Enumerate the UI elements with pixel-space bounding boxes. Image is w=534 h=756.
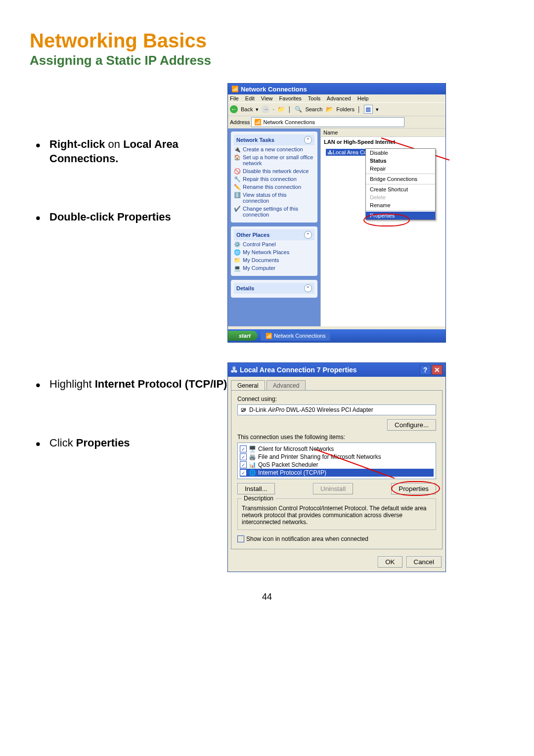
ctx-repair[interactable]: Repair xyxy=(366,165,435,173)
items-listbox[interactable]: ✓🖥️Client for Microsoft Networks ✓🖨️File… xyxy=(237,443,436,479)
cancel-button[interactable]: Cancel xyxy=(406,556,442,568)
taskbar-item-network-connections[interactable]: 📶 Network Connections xyxy=(261,331,331,341)
item-qos-scheduler[interactable]: ✓📊QoS Packet Scheduler xyxy=(240,461,434,469)
description-text: Transmission Control Protocol/Internet P… xyxy=(242,505,432,526)
page-subtitle: Assigning a Static IP Address xyxy=(30,53,504,68)
menu-file[interactable]: File xyxy=(230,95,239,101)
task-create-connection[interactable]: 🔌Create a new connection xyxy=(234,145,314,153)
ctx-disable[interactable]: Disable xyxy=(366,149,435,157)
menu-help[interactable]: Help xyxy=(357,95,369,101)
tab-general[interactable]: General xyxy=(231,380,265,391)
other-network-places[interactable]: 🌐My Network Places xyxy=(234,248,314,256)
network-icon: 📶 xyxy=(231,85,239,93)
uninstall-button[interactable]: Uninstall xyxy=(313,483,353,494)
adapter-field: 🖳 D-Link AirPro DWL-A520 Wireless PCI Ad… xyxy=(237,404,436,415)
main-pane: Name LAN or High-Speed Internet 🖧Local A… xyxy=(320,129,445,326)
sidebar-other-header[interactable]: Other Places⌃ xyxy=(234,229,314,240)
folders-icon[interactable]: 📂 xyxy=(325,105,333,113)
install-button[interactable]: Install... xyxy=(237,483,275,494)
views-icon[interactable]: ▦ xyxy=(364,105,373,114)
uses-label: This connection uses the following items… xyxy=(237,434,436,441)
ctx-rename[interactable]: Rename xyxy=(366,201,435,209)
menu-favorites[interactable]: Favorites xyxy=(279,95,302,101)
connection-icon: 🖧 xyxy=(327,149,333,155)
window-titlebar: 📶 Network Connections xyxy=(228,84,445,94)
context-menu: Disable Status Repair Bridge Connections… xyxy=(365,148,436,220)
ctx-bridge[interactable]: Bridge Connections xyxy=(366,175,435,183)
back-button[interactable]: Back xyxy=(241,106,253,112)
folders-button[interactable]: Folders xyxy=(336,106,355,112)
service-icon: 🖥️ xyxy=(249,445,256,452)
ctx-status[interactable]: Status xyxy=(366,157,435,165)
description-group: Description Transmission Control Protoco… xyxy=(237,498,436,530)
description-label: Description xyxy=(242,495,275,502)
item-client-ms-networks[interactable]: ✓🖥️Client for Microsoft Networks xyxy=(240,445,434,453)
toolbar: ← Back▾ → · 📁 │ 🔍 Search 📂 Folders │ ▦▾ xyxy=(228,102,445,116)
network-connections-window: 📶 Network Connections File Edit View Fav… xyxy=(227,83,446,343)
up-folder-icon[interactable]: 📁 xyxy=(277,105,285,113)
other-my-computer[interactable]: 💻My Computer xyxy=(234,264,314,272)
checkbox-icon[interactable]: ✓ xyxy=(240,469,247,476)
task-setup-network[interactable]: 🏠Set up a home or small office network xyxy=(234,153,314,167)
configure-button[interactable]: Configure... xyxy=(387,419,436,431)
dialog-titlebar: 🖧 Local Area Connection 7 Properties ? ✕ xyxy=(228,363,445,377)
instruction-step-3: Highlight Internet Protocol (TCP/IP) xyxy=(49,377,227,392)
show-icon-label: Show icon in notification area when conn… xyxy=(246,535,368,542)
checkbox-icon[interactable]: ✓ xyxy=(240,453,247,460)
menu-view[interactable]: View xyxy=(261,95,273,101)
address-bar: Address 📶 Network Connections xyxy=(228,116,445,129)
instruction-step-4: Click Properties xyxy=(49,436,227,450)
help-button[interactable]: ? xyxy=(420,365,431,375)
tab-advanced[interactable]: Advanced xyxy=(267,380,306,391)
service-icon: 🖨️ xyxy=(249,453,256,460)
ctx-delete[interactable]: Delete xyxy=(366,193,435,201)
address-icon: 📶 xyxy=(254,118,262,126)
menu-bar[interactable]: File Edit View Favorites Tools Advanced … xyxy=(228,94,445,102)
sidebar-details-header[interactable]: Details⌃ xyxy=(234,283,314,294)
task-rename-connection[interactable]: ✏️Rename this connection xyxy=(234,183,314,191)
search-button[interactable]: Search xyxy=(305,106,322,112)
start-button[interactable]: start xyxy=(228,331,258,341)
task-view-status[interactable]: ℹ️View status of this connection xyxy=(234,191,314,205)
checkbox-icon[interactable]: ✓ xyxy=(240,445,247,452)
task-change-settings[interactable]: ✔️Change settings of this connection xyxy=(234,205,314,219)
task-repair-connection[interactable]: 🔧Repair this connection xyxy=(234,175,314,183)
other-my-documents[interactable]: 📁My Documents xyxy=(234,256,314,264)
sidebar: Network Tasks⌃ 🔌Create a new connection … xyxy=(228,129,320,326)
taskbar: start 📶 Network Connections xyxy=(228,329,445,342)
protocol-icon: 🌐 xyxy=(249,469,256,476)
menu-advanced[interactable]: Advanced xyxy=(327,95,351,101)
item-tcpip[interactable]: ✓🌐Internet Protocol (TCP/IP) xyxy=(240,469,434,477)
page-title: Networking Basics xyxy=(30,30,504,52)
chevron-up-icon[interactable]: ⌃ xyxy=(304,284,312,292)
task-disable-device[interactable]: 🚫Disable this network device xyxy=(234,167,314,175)
connect-using-label: Connect using: xyxy=(237,396,436,402)
service-icon: 📊 xyxy=(249,461,256,468)
checkbox-icon[interactable]: ✓ xyxy=(240,461,247,468)
other-control-panel[interactable]: ⚙️Control Panel xyxy=(234,240,314,248)
adapter-icon: 🖳 xyxy=(240,406,246,413)
properties-button[interactable]: Properties xyxy=(391,483,436,494)
menu-tools[interactable]: Tools xyxy=(308,95,321,101)
menu-edit[interactable]: Edit xyxy=(245,95,255,101)
taskbar-icon: 📶 xyxy=(266,333,272,339)
address-field[interactable]: 📶 Network Connections xyxy=(251,117,404,127)
address-label: Address xyxy=(230,119,250,125)
ok-button[interactable]: OK xyxy=(378,556,402,568)
chevron-up-icon[interactable]: ⌃ xyxy=(304,231,312,239)
column-header-name[interactable]: Name xyxy=(321,129,445,137)
dropdown-icon[interactable]: ▾ xyxy=(256,106,259,113)
show-icon-checkbox[interactable] xyxy=(237,535,244,542)
sidebar-tasks-header[interactable]: Network Tasks⌃ xyxy=(234,134,314,145)
close-button[interactable]: ✕ xyxy=(432,365,443,375)
instruction-step-1: Right-click on Local Area Connections. xyxy=(49,137,227,166)
ctx-properties[interactable]: Properties xyxy=(366,212,435,220)
chevron-up-icon[interactable]: ⌃ xyxy=(304,136,312,144)
forward-icon[interactable]: → xyxy=(262,105,269,113)
properties-dialog: 🖧 Local Area Connection 7 Properties ? ✕… xyxy=(227,362,446,572)
page-number: 44 xyxy=(30,592,504,602)
search-icon[interactable]: 🔍 xyxy=(294,105,302,113)
separator: · xyxy=(272,106,274,112)
back-icon[interactable]: ← xyxy=(230,105,238,113)
ctx-shortcut[interactable]: Create Shortcut xyxy=(366,185,435,193)
